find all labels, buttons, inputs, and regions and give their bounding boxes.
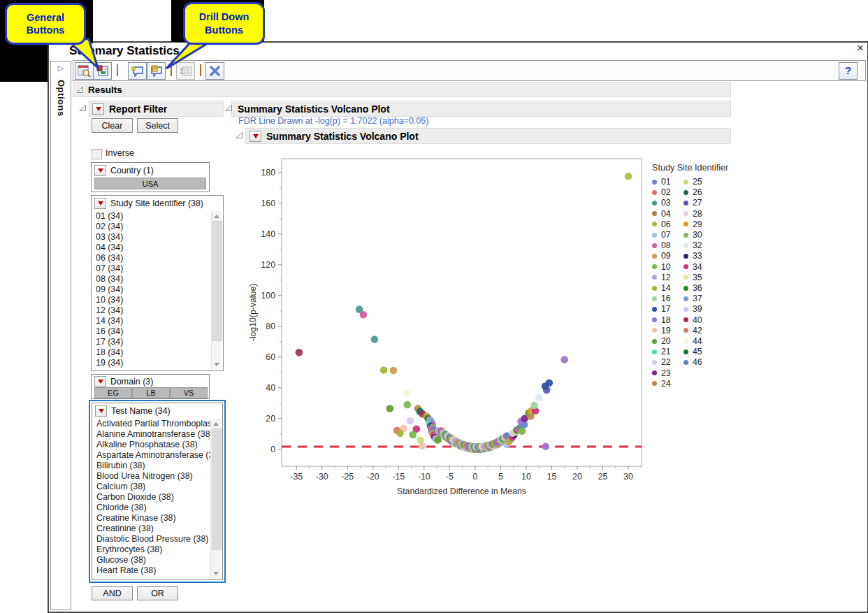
list-item[interactable]: 02 (34) — [93, 222, 212, 232]
list-item[interactable]: 09 (34) — [93, 284, 212, 295]
legend-item[interactable]: 01 — [652, 177, 671, 187]
legend-item[interactable]: 30 — [683, 230, 702, 240]
volcano-outer-header[interactable]: Summary Statistics Volcano Plot — [231, 101, 731, 117]
legend-item[interactable]: 35 — [683, 273, 702, 282]
legend-item[interactable]: 22 — [652, 357, 671, 367]
legend-item[interactable]: 03 — [652, 198, 671, 208]
legend-item[interactable]: 23 — [652, 368, 671, 378]
legend-item[interactable]: 19 — [652, 326, 671, 336]
data-point[interactable] — [419, 442, 426, 449]
legend-item[interactable]: 45 — [683, 347, 702, 356]
report-filter-header[interactable]: Report Filter — [89, 101, 224, 117]
data-point[interactable] — [380, 366, 388, 374]
volcano-inner-header[interactable]: Summary Statistics Volcano Plot — [245, 128, 731, 144]
data-point[interactable] — [396, 429, 404, 437]
data-point[interactable] — [519, 428, 526, 435]
country-value-button[interactable]: USA — [94, 178, 206, 189]
list-item[interactable]: 03 (34) — [93, 232, 212, 243]
data-point[interactable] — [560, 356, 568, 363]
list-item[interactable]: Glucose (38) — [94, 555, 211, 565]
data-point[interactable] — [371, 336, 379, 343]
legend-item[interactable]: 32 — [683, 240, 702, 250]
help-button[interactable]: ? — [839, 62, 858, 80]
list-item[interactable]: Diastolic Blood Pressure (38) — [94, 534, 211, 545]
domain-vs-button[interactable]: VS — [170, 387, 208, 398]
list-item[interactable]: Alkaline Phosphatase (38) — [94, 440, 211, 450]
legend-item[interactable]: 33 — [683, 251, 702, 261]
list-item[interactable]: Calcium (38) — [94, 482, 211, 492]
list-item[interactable]: Creatine Kinase (38) — [94, 513, 211, 524]
list-item[interactable]: Creatinine (38) — [94, 524, 211, 534]
scrollbar-thumb[interactable] — [212, 428, 222, 550]
legend-item[interactable]: 39 — [683, 304, 702, 314]
legend-item[interactable]: 16 — [652, 294, 671, 303]
list-item[interactable]: 18 (34) — [93, 347, 212, 358]
legend-item[interactable]: 28 — [683, 209, 702, 219]
list-item[interactable]: Blood Urea Nitrogen (38) — [94, 471, 211, 482]
red-triangle-menu-icon[interactable] — [95, 405, 107, 417]
list-item[interactable]: 14 (34) — [93, 316, 212, 326]
scroll-down-icon[interactable] — [212, 359, 222, 369]
legend-item[interactable]: 14 — [652, 283, 671, 293]
list-item[interactable]: Alanine Aminotransferase (38) — [94, 429, 211, 440]
list-item[interactable]: Chloride (38) — [94, 503, 211, 513]
legend-item[interactable]: 08 — [652, 240, 671, 250]
legend-item[interactable]: 27 — [683, 198, 702, 208]
data-point[interactable] — [403, 389, 411, 397]
red-triangle-menu-icon[interactable] — [94, 165, 106, 176]
list-item[interactable]: 08 (34) — [93, 274, 212, 284]
legend-item[interactable]: 44 — [683, 336, 702, 346]
legend-item[interactable]: 18 — [652, 315, 671, 325]
volcano-chart[interactable]: 020406080100120140160180-35-30-25-20-15-… — [246, 150, 653, 496]
legend-item[interactable]: 02 — [652, 187, 671, 197]
legend-item[interactable]: 46 — [683, 357, 702, 367]
legend-item[interactable]: 36 — [683, 283, 702, 293]
legend-item[interactable]: 24 — [652, 379, 671, 389]
data-point[interactable] — [542, 443, 549, 451]
legend-item[interactable]: 34 — [683, 262, 702, 272]
scroll-up-icon[interactable] — [212, 211, 222, 221]
data-point[interactable] — [407, 417, 414, 425]
list-item[interactable]: 06 (34) — [93, 253, 212, 264]
legend-item[interactable]: 09 — [652, 251, 671, 261]
options-panel[interactable]: ▷ Options — [50, 61, 71, 610]
legend-item[interactable]: 20 — [652, 336, 671, 346]
data-point[interactable] — [360, 311, 368, 319]
legend-item[interactable]: 40 — [683, 315, 702, 325]
data-point[interactable] — [535, 394, 543, 402]
data-point[interactable] — [296, 349, 303, 356]
list-item[interactable]: 16 (34) — [93, 326, 212, 337]
annotate-button[interactable] — [128, 62, 147, 80]
list-item[interactable]: Carbon Dioxide (38) — [94, 492, 211, 503]
data-point[interactable] — [530, 402, 538, 410]
list-item[interactable]: 04 (34) — [93, 243, 212, 253]
legend-item[interactable]: 07 — [652, 230, 671, 240]
collapse-icon[interactable] — [76, 86, 84, 94]
inverse-checkbox[interactable] — [92, 149, 102, 159]
data-point[interactable] — [403, 401, 411, 409]
list-item[interactable]: Heart Rate (38) — [94, 565, 211, 576]
list-item[interactable]: Aspartate Aminotransferase (38) — [94, 450, 211, 461]
list-item[interactable]: Erythrocytes (38) — [94, 545, 211, 555]
legend-item[interactable]: 06 — [652, 219, 671, 229]
list-item[interactable]: 01 (34) — [93, 211, 212, 222]
test-name-scrollbar[interactable] — [210, 419, 221, 578]
legend-item[interactable]: 10 — [652, 262, 671, 272]
scroll-up-icon[interactable] — [211, 419, 221, 428]
collapse-icon[interactable] — [236, 131, 243, 139]
list-item[interactable]: 19 (34) — [93, 358, 212, 368]
data-point[interactable] — [409, 431, 417, 439]
data-point[interactable] — [390, 367, 398, 375]
collapse-icon[interactable] — [225, 104, 233, 112]
results-header[interactable]: Results — [73, 82, 731, 97]
list-item[interactable]: 07 (34) — [93, 264, 212, 274]
legend-item[interactable]: 29 — [683, 219, 702, 229]
close-icon[interactable]: × — [853, 41, 867, 55]
list-item[interactable]: 17 (34) — [93, 337, 212, 347]
legend-item[interactable]: 25 — [683, 177, 702, 187]
domain-lb-button[interactable]: LB — [132, 387, 170, 398]
list-item[interactable]: 10 (34) — [93, 295, 212, 305]
scrollbar-thumb[interactable] — [212, 221, 222, 341]
red-triangle-menu-icon[interactable] — [92, 103, 104, 115]
list-item[interactable]: Bilirubin (38) — [94, 461, 211, 471]
